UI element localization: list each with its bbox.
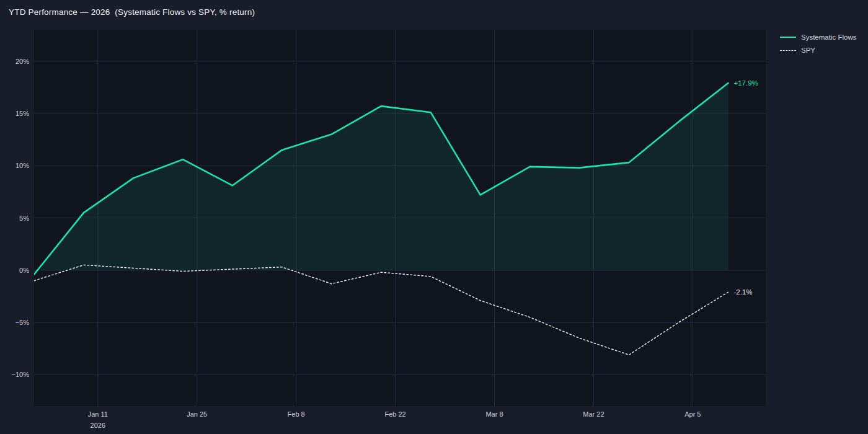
- end-value-label-spy: -2.1%: [734, 288, 753, 296]
- y-tick-label: −5%: [16, 318, 29, 327]
- x-tick-year-label: 2026: [88, 421, 108, 430]
- y-tick-label: 15%: [16, 109, 29, 118]
- legend-dashed-line-icon: [780, 50, 796, 51]
- end-value-label-systematic-flows: +17.9%: [734, 79, 758, 87]
- chart-title: YTD Performance — 2026 (Systematic Flows…: [9, 7, 255, 17]
- chart-figure: YTD Performance — 2026 (Systematic Flows…: [0, 0, 868, 434]
- plot-area[interactable]: +17.9%-2.1%: [34, 30, 766, 406]
- x-tick-label: Apr 5: [684, 410, 701, 418]
- legend-item-spy[interactable]: SPY: [780, 46, 856, 54]
- y-tick-label: 5%: [19, 214, 29, 223]
- y-tick-label: 0%: [19, 266, 29, 275]
- x-tick-label: Mar 8: [485, 410, 503, 418]
- x-tick-label: Feb 8: [288, 410, 305, 418]
- x-tick-label: Jan 25: [187, 410, 207, 418]
- y-tick-label: 10%: [16, 161, 29, 170]
- legend: Systematic Flows SPY: [780, 33, 856, 54]
- legend-label-systematic-flows: Systematic Flows: [801, 33, 856, 41]
- series-fill-systematic-flows: [34, 83, 728, 275]
- x-tick-label: Mar 22: [583, 410, 604, 418]
- y-tick-label: −10%: [12, 370, 29, 379]
- legend-label-spy: SPY: [801, 46, 815, 54]
- x-tick-label: Feb 22: [384, 410, 405, 418]
- series-line-spy[interactable]: [34, 265, 728, 355]
- legend-item-systematic-flows[interactable]: Systematic Flows: [780, 33, 856, 41]
- legend-solid-line-icon: [780, 37, 796, 38]
- x-tick-label: Jan 112026: [88, 410, 108, 430]
- y-axis: 20%15%10%5%0%−5%−10%: [0, 0, 34, 434]
- y-tick-label: 20%: [16, 57, 29, 66]
- chart-canvas[interactable]: +17.9%-2.1%: [34, 30, 766, 406]
